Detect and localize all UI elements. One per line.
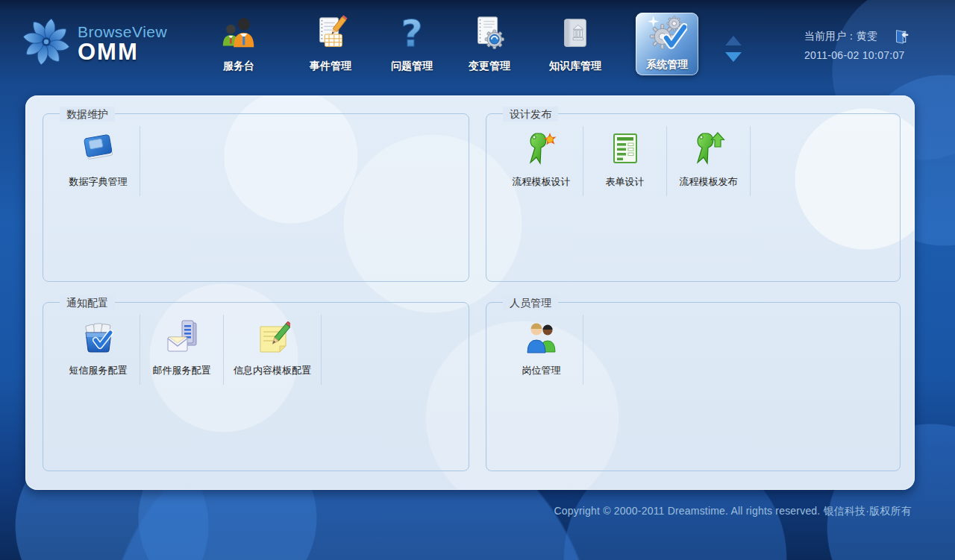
nav-item-label: 服务台 — [223, 60, 254, 73]
green-ribbon-star-icon — [524, 130, 560, 169]
green-ribbon-upload-icon — [691, 130, 727, 169]
panel-notification-config: 通知配置 — [43, 302, 469, 471]
menu-item-label: 信息内容模板配置 — [234, 364, 311, 377]
panel-personnel-management: 人员管理 岗位管理 — [486, 302, 901, 471]
nav-item-label: 系统管理 — [646, 58, 688, 72]
green-form-icon — [607, 130, 643, 169]
nav-scroll-controls — [725, 36, 743, 62]
change-document-gear-icon — [469, 14, 510, 57]
nav-item-label: 事件管理 — [310, 60, 351, 73]
user-info: 当前用户：黄雯 2011-06-02 10:07:07 — [804, 28, 909, 61]
brand-product: OMM — [78, 41, 167, 63]
nav-item-system-management[interactable]: 系统管理 — [636, 13, 698, 75]
people-pair-icon — [524, 319, 560, 358]
menu-item-data-dictionary[interactable]: 数据字典管理 — [57, 126, 140, 196]
nav-item-label: 知识库管理 — [549, 60, 601, 73]
copyright-text: Copyright © 2000-2011 Dreamstime. All ri… — [554, 505, 912, 517]
footer: Copyright © 2000-2011 Dreamstime. All ri… — [554, 505, 912, 518]
system-gears-check-icon — [647, 14, 687, 57]
top-nav-bar: BrowseView OMM 服务台 — [0, 0, 955, 88]
brand-logo[interactable]: BrowseView OMM — [21, 16, 167, 70]
menu-item-position-management[interactable]: 岗位管理 — [500, 315, 583, 385]
scroll-up-arrow-icon[interactable] — [725, 36, 742, 45]
panel-title: 通知配置 — [60, 295, 115, 310]
menu-item-form-design[interactable]: 表单设计 — [583, 126, 667, 196]
main-card: 数据维护 — [25, 95, 915, 490]
panel-title: 数据维护 — [60, 107, 115, 122]
menu-item-process-template-design[interactable]: 流程模板设计 — [500, 126, 583, 196]
nav-item-label: 变更管理 — [469, 60, 510, 73]
nav-item-knowledge-base[interactable]: 知识库管理 — [549, 15, 601, 73]
service-desk-people-icon — [219, 14, 259, 57]
knowledge-book-icon — [555, 14, 595, 57]
menu-item-label: 流程模板发布 — [680, 175, 738, 189]
menu-item-label: 短信服务配置 — [69, 364, 128, 377]
menu-item-mail-service-config[interactable]: 邮件服务配置 — [140, 315, 224, 385]
nav-item-problem-management[interactable]: ? 问题管理 — [391, 15, 433, 73]
menu-item-label: 数据字典管理 — [69, 175, 128, 189]
mail-server-icon — [164, 319, 200, 358]
incident-notebook-pencil-icon — [310, 14, 351, 57]
blue-folder-check-icon — [81, 319, 116, 358]
panel-design-publish: 设计发布 — [486, 113, 901, 282]
menu-item-message-template-config[interactable]: 信息内容模板配置 — [224, 315, 322, 385]
nav-item-incident-management[interactable]: 事件管理 — [310, 15, 351, 73]
datetime-text: 2011-06-02 10:07:07 — [804, 49, 909, 61]
panel-data-maintenance: 数据维护 — [43, 113, 469, 282]
menu-item-process-template-publish[interactable]: 流程模板发布 — [667, 126, 751, 196]
pinwheel-logo-icon — [21, 16, 72, 70]
page: BrowseView OMM 服务台 — [0, 0, 955, 560]
nav-item-label: 问题管理 — [391, 60, 433, 73]
panel-title: 人员管理 — [503, 295, 558, 310]
blue-book-icon — [81, 130, 116, 169]
note-pencil-icon — [254, 319, 290, 358]
logout-door-icon[interactable] — [894, 28, 909, 44]
nav-item-change-management[interactable]: 变更管理 — [469, 15, 510, 73]
svg-text:?: ? — [401, 14, 422, 54]
menu-item-sms-service-config[interactable]: 短信服务配置 — [57, 315, 140, 385]
menu-item-label: 邮件服务配置 — [153, 364, 211, 377]
menu-item-label: 流程模板设计 — [513, 175, 571, 189]
panel-title: 设计发布 — [503, 107, 558, 122]
menu-item-label: 岗位管理 — [522, 364, 561, 377]
question-mark-icon: ? — [392, 14, 432, 57]
current-user-text: 当前用户：黄雯 — [804, 30, 877, 43]
nav-item-service-desk[interactable]: 服务台 — [219, 15, 259, 73]
scroll-down-arrow-icon[interactable] — [725, 52, 742, 62]
menu-item-label: 表单设计 — [606, 175, 645, 189]
